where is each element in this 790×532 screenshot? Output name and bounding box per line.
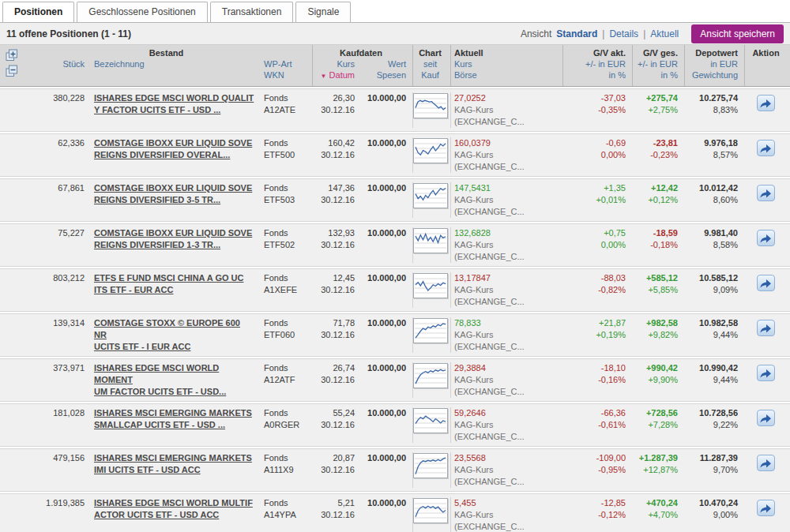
wkn: A14YPA — [264, 509, 306, 521]
wp-art: Fonds — [264, 497, 306, 509]
sparkline-chart[interactable] — [413, 228, 448, 253]
forward-arrow-icon — [759, 458, 772, 469]
exchange: KAG-Kurs (EXCHANGE_C... — [454, 509, 556, 532]
sparkline-chart[interactable] — [413, 138, 448, 163]
shares-count: 181,028 — [24, 407, 91, 443]
buy-date: 30.12.16 — [315, 374, 355, 386]
order-action-button[interactable] — [757, 455, 775, 471]
order-action-button[interactable] — [757, 365, 775, 381]
buy-price-date-cell: 26,30 30.12.16 — [312, 92, 361, 128]
depot-weight: 9,70% — [687, 464, 738, 476]
position-name-link[interactable]: ISHARES MSCI EMERGING MARKETSIMI UCITS E… — [94, 452, 254, 476]
position-name-link[interactable]: COMSTAGE IBOXX EUR LIQUID SOVEREIGNS DIV… — [94, 227, 254, 251]
depot-value-cell: 10.275,74 8,83% — [684, 92, 744, 128]
forward-arrow-icon — [759, 413, 772, 424]
sparkline-chart[interactable] — [413, 318, 448, 343]
gv-ges-eur: +585,12 — [635, 272, 678, 284]
current-price: 132,6828 — [454, 227, 556, 239]
order-action-button[interactable] — [757, 320, 775, 336]
gv-ges-eur: +982,58 — [635, 317, 678, 329]
col-header-bezeichnung[interactable]: Bezeichnung — [91, 58, 261, 86]
sort-desc-icon[interactable]: ▼ — [321, 73, 327, 80]
col-header-gv-akt-eur[interactable]: +/- in EUR — [566, 58, 626, 69]
col-header-stueck[interactable]: Stück — [24, 58, 91, 86]
buy-price-date-cell: 55,24 30.12.16 — [312, 407, 361, 443]
order-action-button[interactable] — [757, 410, 775, 426]
sparkline-chart[interactable] — [413, 273, 448, 298]
order-action-button[interactable] — [757, 95, 775, 111]
expand-all-icon[interactable] — [6, 49, 18, 62]
view-standard-link[interactable]: Standard — [556, 28, 597, 39]
wkn: A0RGER — [264, 419, 306, 431]
depot-value: 9.976,18 — [687, 137, 738, 149]
buy-price: 132,93 — [315, 227, 355, 239]
tab-signale[interactable]: Signale — [295, 2, 351, 22]
col-header-gv-ges-pct[interactable]: in % — [636, 69, 678, 81]
gv-akt-pct: -0,82% — [566, 284, 626, 296]
view-divider: | — [602, 28, 604, 39]
gv-ges-pct: -0,23% — [635, 149, 678, 161]
sparkline-chart[interactable] — [413, 93, 448, 118]
position-name-link[interactable]: ETFS E FUND MSCI CHINA A GO UCITS ETF - … — [94, 272, 254, 296]
order-action-button[interactable] — [757, 500, 775, 516]
col-header-boerse[interactable]: Börse — [454, 69, 556, 81]
col-header-wert[interactable]: Wert — [364, 58, 406, 69]
col-header-kurs-aktuell[interactable]: Kurs — [454, 58, 556, 69]
position-name-link[interactable]: ISHARES MSCI EMERGING MARKETSSMALLCAP UC… — [94, 407, 254, 431]
col-header-in-eur[interactable]: in EUR — [688, 58, 738, 69]
collapse-all-icon[interactable] — [6, 65, 18, 77]
action-cell — [744, 92, 790, 128]
save-view-button[interactable]: Ansicht speichern — [691, 24, 784, 43]
shares-count: 1.919,385 — [24, 497, 91, 532]
position-name-link[interactable]: ISHARES EDGE MSCI WORLD MULTIFACTOR UCIT… — [94, 497, 254, 521]
position-name-link[interactable]: COMSTAGE IBOXX EUR LIQUID SOVEREIGNS DIV… — [94, 182, 254, 206]
wp-art: Fonds — [264, 317, 306, 329]
col-header-spesen[interactable]: Spesen — [364, 69, 406, 81]
forward-arrow-icon — [759, 98, 772, 109]
position-name-cell: COMSTAGE IBOXX EUR LIQUID SOVEREIGNS DIV… — [91, 227, 261, 263]
position-name-link[interactable]: COMSTAGE IBOXX EUR LIQUID SOVEREIGNS DIV… — [94, 137, 254, 161]
current-price-cell: 27,0252 KAG-Kurs (EXCHANGE_C... — [450, 92, 562, 128]
gv-akt-eur: -88,03 — [566, 272, 626, 284]
col-header-kurs[interactable]: Kurs — [316, 58, 355, 69]
current-price-cell: 29,3884 KAG-Kurs (EXCHANGE_C... — [450, 362, 562, 398]
order-action-button[interactable] — [757, 275, 775, 291]
sparkline-chart[interactable] — [413, 363, 448, 388]
sparkline-chart[interactable] — [413, 498, 448, 523]
col-header-wpart[interactable]: WP-Art — [264, 58, 306, 69]
col-header-gv-ges-eur[interactable]: +/- in EUR — [636, 58, 678, 69]
wp-art: Fonds — [264, 452, 306, 464]
buy-value-cell: 10.000,00 — [361, 227, 412, 263]
order-action-button[interactable] — [757, 140, 775, 156]
sparkline-chart[interactable] — [413, 183, 448, 208]
col-group-chart: Chart — [412, 45, 450, 58]
tab-geschlossene-positionen[interactable]: Geschlossene Positionen — [77, 2, 207, 22]
col-header-datum[interactable]: ▼ Datum — [316, 69, 355, 82]
view-switcher: Ansicht Standard | Details | Aktuell Ans… — [521, 24, 784, 43]
chart-cell — [412, 92, 450, 128]
current-price: 23,5568 — [454, 452, 556, 464]
tab-transaktionen[interactable]: Transaktionen — [210, 2, 294, 22]
position-name-link[interactable]: ISHARES EDGE MSCI WORLD MOMENTUM FACTOR … — [94, 362, 254, 398]
position-name-link[interactable]: COMSTAGE STOXX © EUROPE 600 NRUCITS ETF … — [94, 317, 254, 353]
sparkline-chart[interactable] — [413, 408, 448, 433]
position-name-cell: ETFS E FUND MSCI CHINA A GO UCITS ETF - … — [91, 272, 261, 308]
view-aktuell-link[interactable]: Aktuell — [650, 28, 679, 39]
order-action-button[interactable] — [757, 230, 775, 246]
buy-date: 30.12.16 — [315, 329, 355, 341]
ansicht-label: Ansicht — [521, 28, 551, 39]
depot-value-cell: 10.728,56 9,22% — [684, 407, 744, 443]
gv-akt-pct: 0,00% — [566, 239, 626, 251]
buy-price: 20,87 — [315, 452, 355, 464]
tab-positionen[interactable]: Positionen — [2, 2, 74, 22]
depot-weight: 9,22% — [687, 419, 738, 431]
sparkline-chart[interactable] — [413, 453, 448, 478]
col-group-gv-ges: G/V ges. — [632, 45, 684, 58]
col-header-gewichtung[interactable]: Gewichtung — [688, 69, 738, 81]
chart-cell — [412, 182, 450, 218]
col-header-gv-akt-pct[interactable]: in % — [566, 69, 626, 81]
position-name-link[interactable]: ISHARES EDGE MSCI WORLD QUALITY FACTOR U… — [94, 92, 254, 116]
order-action-button[interactable] — [757, 185, 775, 201]
view-details-link[interactable]: Details — [609, 28, 638, 39]
col-header-wkn[interactable]: WKN — [264, 69, 306, 81]
